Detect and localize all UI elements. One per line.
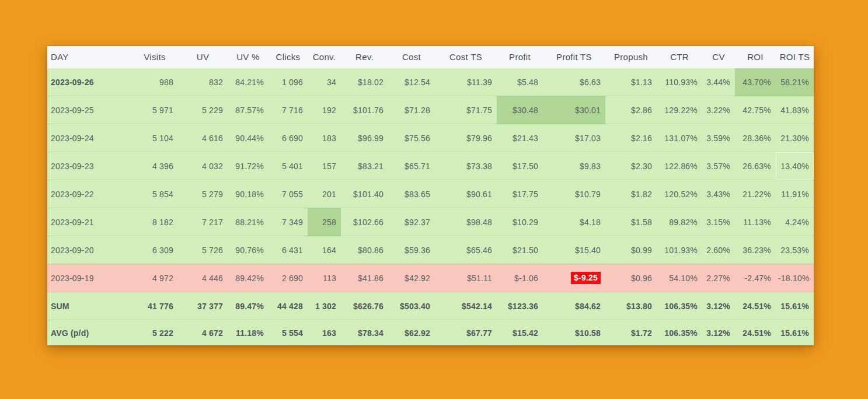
data-row: 2023-09-234 3964 03291.72%5 401157$83.21… <box>47 152 814 180</box>
conv-cell: 113 <box>308 264 341 292</box>
roi-ts-cell: -18.10% <box>776 264 814 292</box>
conv-cell: 192 <box>308 96 341 124</box>
profit-cell: $17.75 <box>497 180 543 208</box>
cv-cell: 3.57% <box>702 152 735 180</box>
clicks-cell: 5 554 <box>269 320 308 345</box>
cv-cell: 2.60% <box>702 236 735 264</box>
visits-cell: 5 104 <box>131 124 178 152</box>
roi-ts-cell: 11.91% <box>776 180 814 208</box>
propush-cell: $1.58 <box>605 208 657 236</box>
roi-ts-cell: 15.61% <box>776 292 814 320</box>
column-header-roi: ROI <box>735 46 776 68</box>
ctr-cell: 106.35% <box>657 292 702 320</box>
profit-ts-cell: $-9.25 <box>543 264 605 292</box>
row-label-cell: 2023-09-22 <box>47 180 131 208</box>
rev-cell: $78.34 <box>341 320 388 345</box>
uv-pct-cell: 89.47% <box>228 292 269 320</box>
ctr-cell: 120.52% <box>657 180 702 208</box>
roi-cell: 28.36% <box>735 124 776 152</box>
rev-cell: $101.76 <box>341 96 388 124</box>
profit-ts-cell: $10.79 <box>543 180 605 208</box>
rev-cell: $101.40 <box>341 180 388 208</box>
profit-cell: $21.43 <box>497 124 543 152</box>
uv-pct-cell: 87.57% <box>228 96 269 124</box>
conv-cell: 163 <box>308 320 341 345</box>
visits-cell: 5 971 <box>131 96 178 124</box>
roi-cell: 42.75% <box>735 96 776 124</box>
column-header-visits: Visits <box>131 46 178 68</box>
cost-cell: $92.37 <box>388 208 435 236</box>
column-header-uv: UV <box>178 46 228 68</box>
page-background: DAYVisitsUVUV %ClicksConv.Rev.CostCost T… <box>0 0 868 399</box>
row-label-cell: 2023-09-26 <box>47 68 131 96</box>
roi-cell: 26.63% <box>735 152 776 180</box>
roi-ts-cell: 4.24% <box>776 208 814 236</box>
cost-cell: $59.36 <box>388 236 435 264</box>
ctr-cell: 54.10% <box>657 264 702 292</box>
row-label-cell: 2023-09-21 <box>47 208 131 236</box>
cost-cell: $83.65 <box>388 180 435 208</box>
column-header-propush: Propush <box>605 46 657 68</box>
visits-cell: 988 <box>131 68 178 96</box>
summary-row: AVG (p/d)5 2224 67211.18%5 554163$78.34$… <box>47 320 814 345</box>
cost-ts-cell: $73.38 <box>435 152 497 180</box>
column-header-profit-ts: Profit TS <box>543 46 605 68</box>
profit-ts-cell: $10.58 <box>543 320 605 345</box>
profit-ts-cell: $9.83 <box>543 152 605 180</box>
ctr-cell: 106.35% <box>657 320 702 345</box>
uv-pct-cell: 84.21% <box>228 68 269 96</box>
rev-cell: $96.99 <box>341 124 388 152</box>
uv-cell: 5 279 <box>178 180 228 208</box>
column-header-day: DAY <box>47 46 131 68</box>
roi-cell: 36.23% <box>735 236 776 264</box>
propush-cell: $2.86 <box>605 96 657 124</box>
visits-cell: 5 854 <box>131 180 178 208</box>
data-row: 2023-09-206 3095 72690.76%6 431164$80.86… <box>47 236 814 264</box>
clicks-cell: 6 431 <box>269 236 308 264</box>
visits-cell: 4 972 <box>131 264 178 292</box>
rev-cell: $41.86 <box>341 264 388 292</box>
uv-pct-cell: 88.21% <box>228 208 269 236</box>
cv-cell: 2.27% <box>702 264 735 292</box>
ctr-cell: 110.93% <box>657 68 702 96</box>
visits-cell: 6 309 <box>131 236 178 264</box>
cv-cell: 3.12% <box>702 292 735 320</box>
column-header-cv: CV <box>702 46 735 68</box>
profit-cell: $5.48 <box>497 68 543 96</box>
ctr-cell: 129.22% <box>657 96 702 124</box>
stats-table: DAYVisitsUVUV %ClicksConv.Rev.CostCost T… <box>47 46 814 345</box>
uv-cell: 832 <box>178 68 228 96</box>
negative-profit-badge: $-9.25 <box>571 272 601 284</box>
column-header-profit: Profit <box>497 46 543 68</box>
uv-pct-cell: 90.18% <box>228 180 269 208</box>
ctr-cell: 122.86% <box>657 152 702 180</box>
propush-cell: $1.13 <box>605 68 657 96</box>
clicks-cell: 7 349 <box>269 208 308 236</box>
propush-cell: $2.30 <box>605 152 657 180</box>
profit-cell: $123.36 <box>497 292 543 320</box>
cost-cell: $71.28 <box>388 96 435 124</box>
summary-row: SUM41 77637 37789.47%44 4281 302$626.76$… <box>47 292 814 320</box>
cost-ts-cell: $542.14 <box>435 292 497 320</box>
uv-pct-cell: 90.76% <box>228 236 269 264</box>
roi-ts-cell: 21.30% <box>776 124 814 152</box>
column-header-cost-ts: Cost TS <box>435 46 497 68</box>
conv-cell: 157 <box>308 152 341 180</box>
profit-ts-cell: $4.18 <box>543 208 605 236</box>
roi-ts-cell: 13.40% <box>776 152 814 180</box>
column-header-uv-pct: UV % <box>228 46 269 68</box>
propush-cell: $0.99 <box>605 236 657 264</box>
conv-cell: 258 <box>308 208 341 236</box>
column-header-roi-ts: ROI TS <box>776 46 814 68</box>
clicks-cell: 7 716 <box>269 96 308 124</box>
table-body: 2023-09-2698883284.21%1 09634$18.02$12.5… <box>47 68 814 345</box>
table-header: DAYVisitsUVUV %ClicksConv.Rev.CostCost T… <box>47 46 814 68</box>
visits-cell: 4 396 <box>131 152 178 180</box>
profit-cell: $15.42 <box>497 320 543 345</box>
roi-ts-cell: 58.21% <box>776 68 814 96</box>
roi-cell: 11.13% <box>735 208 776 236</box>
data-row: 2023-09-225 8545 27990.18%7 055201$101.4… <box>47 180 814 208</box>
roi-cell: 21.22% <box>735 180 776 208</box>
clicks-cell: 2 690 <box>269 264 308 292</box>
row-label-cell: 2023-09-25 <box>47 96 131 124</box>
